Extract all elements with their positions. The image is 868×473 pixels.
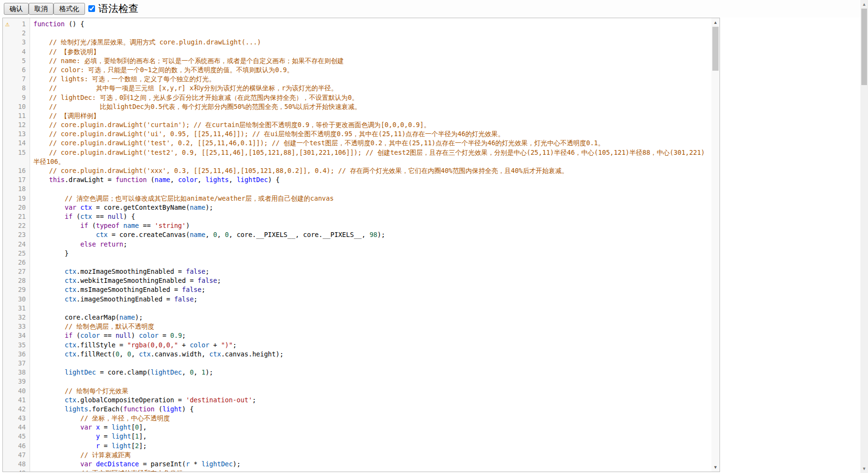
code-line: 34 if (color == null) color = 0.9; [3,331,720,340]
code-line-text: ctx.mozImageSmoothingEnabled = false; [33,267,209,276]
code-line-text: ctx.globalCompositeOperation = 'destinat… [33,396,256,405]
line-number: 24 [3,240,26,249]
code-line: 7 // lights: 可选，一个数组，定义了每个独立的灯光。 [3,75,720,84]
code-line-text: var decDistance = parseInt(r * lightDec)… [33,460,241,469]
code-line-text: if (ctx == null) { [33,212,135,221]
code-line: 13 // core.plugin.drawLight('ui', 0.95, … [3,129,720,139]
line-number: 17 [3,175,26,184]
code-line: 5 // name: 必填，要绘制到的画布名；可以是一个系统画布，或者是个自定义… [3,56,720,65]
line-number: 8 [3,84,26,93]
code-line-text: else return; [33,240,127,249]
line-number: 30 [3,295,26,304]
code-line-text: ctx.msImageSmoothingEnabled = false; [33,285,205,294]
line-number: 49 [3,469,26,472]
page-scroll-up-icon[interactable]: ▲ [860,0,868,8]
code-line: 25 } [3,249,720,258]
cancel-button[interactable]: 取消 [29,3,53,15]
line-number: 10 [3,102,26,111]
code-line: 6 // color: 可选，只能是一个0~1之间的数，为不透明度的值。不填则默… [3,65,720,75]
line-number: 36 [3,350,26,359]
code-line: 28 ctx.webkitImageSmoothingEnabled = fal… [3,276,720,285]
code-line-text: // core.plugin.drawLight('test2', 0.9, [… [33,148,705,157]
syntax-check-checkbox[interactable] [88,5,95,12]
code-line-text: // 清空色调层；也可以修改成其它层比如animate/weather层，或者用… [33,194,334,203]
code-line: 36 ctx.fillRect(0, 0, ctx.canvas.width, … [3,350,720,359]
line-number: 11 [3,111,26,120]
code-line: 9 // lightDec: 可选，0到1之间，光从多少百分比才开始衰减（在此范… [3,93,720,102]
code-line: 15 // core.plugin.drawLight('test2', 0.9… [3,148,720,157]
code-line-text: // core.plugin.drawLight('ui', 0.95, [[2… [33,129,504,139]
line-number: 19 [3,194,26,203]
line-number: 3 [3,38,26,47]
code-line-text: var ctx = core.getContextByName(name); [33,203,213,212]
line-number: 47 [3,451,26,460]
code-line: 17 this.drawLight = function (name, colo… [3,175,720,184]
code-line: 47 // 计算衰减距离 [3,451,720,460]
line-number: 38 [3,368,26,377]
page-scrollbar-thumb[interactable] [861,9,867,85]
page-scrollbar[interactable]: ▲ ▼ [860,0,868,473]
line-number: 46 [3,441,26,451]
code-line-text: // 其中每一项是三元组 [x,y,r] x和y分别为该灯光的横纵坐标，r为该灯… [33,84,338,93]
code-line: 26 [3,258,720,267]
line-number: 9 [3,93,26,102]
code-line-text: ctx.fillRect(0, 0, ctx.canvas.width, ctx… [33,350,284,359]
code-line: 21 if (ctx == null) { [3,212,720,221]
code-line: 1⚠function () { [3,20,720,29]
code-line: 23 ctx = core.createCanvas(name, 0, 0, c… [3,230,720,239]
line-number: 18 [3,184,26,194]
code-line: 半径106。 [3,157,720,166]
line-number: 26 [3,258,26,267]
code-line-text: // lights: 可选，一个数组，定义了每个独立的灯光。 [33,75,215,84]
code-line: 42 lights.forEach(function (light) { [3,405,720,414]
line-number: 48 [3,460,26,469]
editor-scrollbar[interactable]: ▲ ▼ [711,18,720,472]
code-line-text: r = light[2]; [33,441,147,451]
code-line-text: // 绘制灯光/漆黑层效果。调用方式 core.plugin.drawLight… [33,38,261,47]
code-line: 44 var x = light[0], [3,423,720,432]
line-number: 5 [3,56,26,65]
code-line-text: lightDec = core.clamp(lightDec, 0, 1); [33,368,213,377]
code-line-text: ctx.imageSmoothingEnabled = false; [33,295,198,304]
code-line: 22 if (typeof name == 'string') [3,221,720,230]
code-line-text: core.clearMap(name); [33,313,143,322]
code-editor[interactable]: 1⚠function () {23 // 绘制灯光/漆黑层效果。调用方式 cor… [2,18,720,472]
code-line-text: // 【调用样例】 [33,111,100,120]
code-line: 20 var ctx = core.getContextByName(name)… [3,203,720,212]
code-line: 49 // 正方形区域的直径和左上角坐标 [3,469,720,472]
line-number: 2 [3,29,26,38]
code-line-text: // name: 必填，要绘制到的画布名；可以是一个系统画布，或者是个自定义画布… [33,56,344,65]
code-line-text: y = light[1], [33,432,147,441]
code-line: 41 ctx.globalCompositeOperation = 'desti… [3,396,720,405]
code-line: 33 // 绘制色调层，默认不透明度 [3,322,720,331]
line-number: 4 [3,47,26,56]
page-scroll-down-icon[interactable]: ▼ [860,465,868,473]
code-line: 27 ctx.mozImageSmoothingEnabled = false; [3,267,720,276]
line-number: 44 [3,423,26,432]
code-area[interactable]: 1⚠function () {23 // 绘制灯光/漆黑层效果。调用方式 cor… [3,20,720,472]
scroll-up-icon[interactable]: ▲ [711,19,720,26]
confirm-button[interactable]: 确认 [4,3,29,15]
code-line-text: 半径106。 [33,157,64,166]
code-line-text: if (color == null) color = 0.9; [33,331,186,340]
code-line-text: lights.forEach(function (light) { [33,405,194,414]
code-line: 18 [3,184,720,194]
line-number: 6 [3,65,26,75]
code-line-text: // core.plugin.drawLight('curtain'); // … [33,120,430,129]
line-number: 34 [3,331,26,340]
line-number: 29 [3,285,26,294]
code-line: 45 y = light[1], [3,432,720,441]
scroll-down-icon[interactable]: ▼ [711,463,720,471]
line-number: 20 [3,203,26,212]
format-button[interactable]: 格式化 [53,3,85,15]
editor-scrollbar-thumb[interactable] [712,27,719,71]
syntax-check-label[interactable]: 语法检查 [98,2,138,15]
code-line: 2 [3,29,720,38]
line-number: 16 [3,166,26,175]
code-line: 16 // core.plugin.drawLight('xxx', 0.3, … [3,166,720,175]
line-number: 39 [3,377,26,386]
code-line: 48 var decDistance = parseInt(r * lightD… [3,460,720,469]
code-line-text: if (typeof name == 'string') [33,221,190,230]
code-line-text: ctx = core.createCanvas(name, 0, 0, core… [33,230,385,239]
code-line: 11 // 【调用样例】 [3,111,720,120]
